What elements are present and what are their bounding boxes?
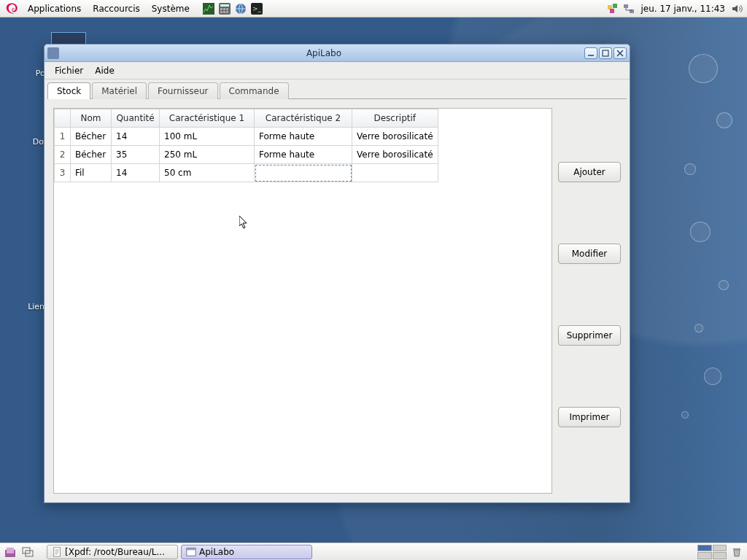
cell-nom[interactable]: Bécher <box>71 146 112 164</box>
workspace-pager[interactable] <box>697 545 727 559</box>
cell-desc[interactable]: Verre borosilicaté <box>352 146 438 164</box>
svg-rect-2 <box>220 4 229 7</box>
print-button[interactable]: Imprimer <box>558 407 621 427</box>
cell-c1[interactable]: 50 cm <box>160 164 255 182</box>
svg-rect-14 <box>610 9 614 13</box>
tab-stock[interactable]: Stock <box>47 82 90 99</box>
show-desktop-icon[interactable] <box>3 545 18 559</box>
cell-c2[interactable]: Forme haute <box>255 146 352 164</box>
cell-rownum[interactable]: 2 <box>55 146 71 164</box>
task-apilabo[interactable]: ApiLabo <box>181 545 312 559</box>
terminal-icon[interactable]: >_ <box>249 1 264 16</box>
table-row[interactable]: 2Bécher35250 mLForme hauteVerre borosili… <box>55 146 438 164</box>
panel-clock[interactable]: jeu. 17 janv., 11:43 <box>636 4 729 14</box>
task-xpdf[interactable]: [Xpdf: /root/Bureau/L... <box>47 545 178 559</box>
workspace-1[interactable] <box>697 545 712 552</box>
cell-rownum[interactable]: 1 <box>55 128 71 146</box>
svg-rect-7 <box>223 11 225 13</box>
svg-rect-3 <box>220 8 222 10</box>
cell-desc[interactable] <box>352 164 438 182</box>
svg-rect-0 <box>203 3 214 15</box>
top-panel: Applications Raccourcis Système >_ jeu. … <box>0 0 747 18</box>
window-system-icon[interactable] <box>47 47 59 59</box>
cell-desc[interactable]: Verre borosilicaté <box>352 128 438 146</box>
trash-icon[interactable] <box>729 545 744 559</box>
workspace-2[interactable] <box>713 545 727 552</box>
debian-logo-icon <box>6 2 19 15</box>
cell-c2[interactable] <box>255 164 352 182</box>
svg-rect-25 <box>733 548 740 550</box>
svg-rect-5 <box>226 8 228 10</box>
action-buttons: Ajouter Modifier Supprimer Imprimer <box>558 108 621 494</box>
task-label: ApiLabo <box>199 547 234 557</box>
cell-rownum[interactable]: 3 <box>55 164 71 182</box>
system-tray <box>605 1 636 16</box>
col-quantite[interactable]: Quantité <box>112 109 160 128</box>
task-label: [Xpdf: /root/Bureau/L... <box>65 547 165 557</box>
tab-materiel[interactable]: Matériel <box>92 82 147 99</box>
cell-qte[interactable]: 35 <box>112 146 160 164</box>
calculator-icon[interactable] <box>217 1 232 16</box>
svg-rect-6 <box>220 11 222 13</box>
col-carac2[interactable]: Caractéristique 2 <box>255 109 352 128</box>
svg-rect-15 <box>624 4 628 8</box>
stock-table: Nom Quantité Caractéristique 1 Caractéri… <box>54 109 438 182</box>
minimize-button[interactable] <box>584 47 597 59</box>
edit-button[interactable]: Modifier <box>558 244 621 264</box>
network-icon[interactable] <box>622 1 636 16</box>
tray-app-icon[interactable] <box>605 1 620 16</box>
window-title: ApiLabo <box>63 48 584 58</box>
svg-rect-19 <box>7 548 14 553</box>
browser-icon[interactable] <box>233 1 248 16</box>
panel-menu-system[interactable]: Système <box>146 2 196 15</box>
svg-rect-17 <box>603 50 608 56</box>
table-row[interactable]: 1Bécher14100 mLForme hauteVerre borosili… <box>55 128 438 146</box>
tabbar: Stock Matériel Fournisseur Commande <box>44 79 630 98</box>
cell-c1[interactable]: 250 mL <box>160 146 255 164</box>
col-rownum[interactable] <box>55 109 71 128</box>
cell-c2[interactable]: Forme haute <box>255 128 352 146</box>
svg-rect-24 <box>187 548 196 550</box>
stock-table-pane[interactable]: Nom Quantité Caractéristique 1 Caractéri… <box>53 108 552 494</box>
menubar: Fichier Aide <box>44 62 630 79</box>
svg-rect-13 <box>613 4 617 8</box>
col-nom[interactable]: Nom <box>71 109 112 128</box>
cell-nom[interactable]: Fil <box>71 164 112 182</box>
titlebar[interactable]: ApiLabo <box>44 44 630 62</box>
workspace-3[interactable] <box>697 552 712 559</box>
maximize-button[interactable] <box>599 47 612 59</box>
svg-text:>_: >_ <box>252 5 262 12</box>
close-button[interactable] <box>614 47 627 59</box>
tab-commande[interactable]: Commande <box>220 82 289 99</box>
document-icon <box>52 547 62 557</box>
volume-icon[interactable] <box>729 1 744 16</box>
cell-qte[interactable]: 14 <box>112 164 160 182</box>
app-window-icon <box>186 547 196 557</box>
svg-rect-4 <box>223 8 225 10</box>
menu-aide[interactable]: Aide <box>89 64 120 77</box>
tab-fournisseur[interactable]: Fournisseur <box>148 82 218 99</box>
cell-qte[interactable]: 14 <box>112 128 160 146</box>
table-row[interactable]: 3Fil1450 cm <box>55 164 438 182</box>
window-list-icon[interactable] <box>20 545 35 559</box>
menu-fichier[interactable]: Fichier <box>49 64 89 77</box>
col-carac1[interactable]: Caractéristique 1 <box>160 109 255 128</box>
workspace-4[interactable] <box>713 552 727 559</box>
panel-menu-places[interactable]: Raccourcis <box>87 2 145 15</box>
panel-menu-applications[interactable]: Applications <box>22 2 87 15</box>
delete-button[interactable]: Supprimer <box>558 325 621 346</box>
svg-rect-8 <box>226 11 228 13</box>
cell-nom[interactable]: Bécher <box>71 128 112 146</box>
panel-launchers: >_ <box>201 1 264 16</box>
mouse-cursor-icon <box>239 216 249 230</box>
add-button[interactable]: Ajouter <box>558 162 621 182</box>
bottom-panel: [Xpdf: /root/Bureau/L... ApiLabo <box>0 542 747 560</box>
cell-c1[interactable]: 100 mL <box>160 128 255 146</box>
system-monitor-icon[interactable] <box>201 1 216 16</box>
col-descriptif[interactable]: Descriptif <box>352 109 438 128</box>
apilabo-window: ApiLabo Fichier Aide Stock Matériel Four… <box>44 44 630 503</box>
